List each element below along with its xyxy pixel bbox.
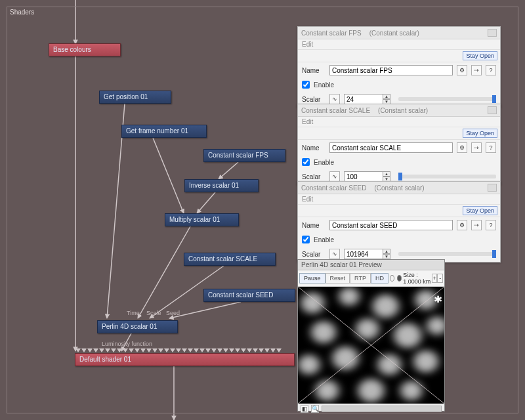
scalar-slider[interactable] xyxy=(398,175,496,178)
svg-point-20 xyxy=(298,355,320,375)
gear-icon[interactable]: ⚙ xyxy=(457,220,467,230)
preview-viewport[interactable]: ✱ xyxy=(298,287,444,404)
svg-text:✱: ✱ xyxy=(434,295,443,304)
curve-icon[interactable]: ∿ xyxy=(329,249,340,259)
port-label-luminosity: Luminosity function xyxy=(102,341,152,347)
panel-constant-scalar-fps: Constant scalar FPS (Constant scalar) Ed… xyxy=(297,26,501,108)
curve-icon[interactable]: ∿ xyxy=(329,94,340,104)
scalar-slider[interactable] xyxy=(398,97,496,101)
svg-point-25 xyxy=(358,379,384,402)
size-minus-button[interactable]: - xyxy=(437,274,443,283)
port-label-scale: Scale xyxy=(146,310,161,316)
pause-button[interactable]: Pause xyxy=(299,273,326,284)
scalar-input[interactable] xyxy=(344,171,383,182)
panel-title: Constant scalar SCALE xyxy=(301,107,370,114)
svg-point-13 xyxy=(339,287,359,306)
view-mode-dot[interactable] xyxy=(390,275,394,282)
gear-icon[interactable]: ⚙ xyxy=(457,142,467,153)
node-get-frame-number[interactable]: Get frame number 01 xyxy=(121,125,207,138)
help-icon[interactable]: ? xyxy=(486,65,496,75)
reset-button[interactable]: Reset xyxy=(326,273,350,284)
stay-open-button[interactable]: Stay Open xyxy=(463,51,497,60)
link-icon[interactable]: ⇢ xyxy=(471,142,482,153)
edit-menu[interactable]: Edit xyxy=(298,194,500,205)
scalar-label: Scalar xyxy=(302,173,326,180)
panel-title: Constant scalar SEED xyxy=(301,184,367,192)
name-label: Name xyxy=(302,222,326,229)
link-icon[interactable]: ⇢ xyxy=(471,220,482,230)
svg-point-12 xyxy=(301,293,324,314)
tool-icon[interactable]: ◧ xyxy=(301,405,308,413)
node-inverse-scalar[interactable]: Inverse scalar 01 xyxy=(184,179,259,192)
scalar-input[interactable] xyxy=(344,249,383,259)
preview-title: Perlin 4D scalar 01 Preview xyxy=(298,260,444,270)
panel-type: (Constant scalar) xyxy=(378,107,428,114)
node-perlin-4d-scalar[interactable]: Perlin 4D scalar 01 xyxy=(97,320,178,333)
svg-point-16 xyxy=(311,321,336,343)
gear-icon[interactable]: ⚙ xyxy=(457,65,467,75)
svg-point-18 xyxy=(394,323,421,348)
stay-open-button[interactable]: Stay Open xyxy=(463,129,497,138)
enable-label: Enable xyxy=(314,159,334,166)
curve-icon[interactable]: ∿ xyxy=(329,171,340,182)
zoom-icon[interactable]: 🔍 xyxy=(311,405,319,413)
name-input[interactable] xyxy=(329,220,453,230)
node-base-colours[interactable]: Base colours xyxy=(49,43,121,56)
rtp-button[interactable]: RTP xyxy=(350,273,371,284)
enable-checkbox[interactable] xyxy=(302,81,310,89)
node-get-position[interactable]: Get position 01 xyxy=(99,91,171,104)
node-constant-scalar-seed[interactable]: Constant scalar SEED xyxy=(203,289,295,302)
spin-down-icon[interactable]: ▼ xyxy=(383,254,390,259)
enable-label: Enable xyxy=(314,81,334,89)
svg-point-23 xyxy=(413,350,438,373)
name-label: Name xyxy=(302,144,326,152)
stay-open-button[interactable]: Stay Open xyxy=(463,206,497,215)
spin-up-icon[interactable]: ▲ xyxy=(383,249,390,254)
enable-label: Enable xyxy=(314,236,334,243)
enable-checkbox[interactable] xyxy=(302,236,310,243)
panel-type: (Constant scalar) xyxy=(369,30,419,37)
help-icon[interactable]: ? xyxy=(486,220,496,230)
svg-point-26 xyxy=(400,381,422,400)
spin-up-icon[interactable]: ▲ xyxy=(383,171,390,177)
node-default-shader[interactable]: Default shader 01 xyxy=(75,353,295,366)
scalar-label: Scalar xyxy=(302,96,326,103)
enable-checkbox[interactable] xyxy=(302,158,310,166)
scalar-slider[interactable] xyxy=(398,252,496,256)
link-icon[interactable]: ⇢ xyxy=(471,65,482,75)
node-multiply-scalar[interactable]: Multiply scalar 01 xyxy=(165,213,239,226)
node-constant-scalar-fps[interactable]: Constant scalar FPS xyxy=(203,149,285,162)
svg-point-14 xyxy=(373,295,399,318)
port-label-time: Time xyxy=(127,310,140,316)
close-icon[interactable] xyxy=(488,184,497,192)
view-mode-dot-active[interactable] xyxy=(397,275,402,282)
name-input[interactable] xyxy=(329,142,453,153)
panel-constant-scalar-scale: Constant scalar SCALE (Constant scalar) … xyxy=(297,104,501,185)
edit-menu[interactable]: Edit xyxy=(298,39,500,50)
node-constant-scalar-scale[interactable]: Constant scalar SCALE xyxy=(184,253,276,266)
svg-point-17 xyxy=(356,318,379,339)
scalar-input[interactable] xyxy=(344,94,383,104)
preview-scrollbar[interactable] xyxy=(322,406,442,412)
port-label-seed: Seed xyxy=(166,310,180,316)
scalar-label: Scalar xyxy=(302,251,326,258)
close-icon[interactable] xyxy=(488,106,497,114)
hd-button[interactable]: HD xyxy=(371,273,388,284)
panel-constant-scalar-seed: Constant scalar SEED (Constant scalar) E… xyxy=(297,181,501,262)
close-icon[interactable] xyxy=(488,29,497,37)
panel-type: (Constant scalar) xyxy=(375,184,425,192)
help-icon[interactable]: ? xyxy=(486,142,496,153)
name-label: Name xyxy=(302,67,326,74)
edit-menu[interactable]: Edit xyxy=(298,117,500,127)
spin-up-icon[interactable]: ▲ xyxy=(383,94,390,99)
preview-panel: Perlin 4D scalar 01 Preview Pause Reset … xyxy=(297,259,445,411)
svg-point-22 xyxy=(378,354,402,375)
size-plus-button[interactable]: + xyxy=(432,274,438,283)
frame-title: Shaders xyxy=(10,9,34,16)
shader-input-ports xyxy=(75,348,292,353)
name-input[interactable] xyxy=(329,65,453,75)
svg-point-24 xyxy=(316,380,339,401)
size-label: Size : 1.0000 km xyxy=(403,272,432,285)
panel-title: Constant scalar FPS xyxy=(301,30,362,37)
